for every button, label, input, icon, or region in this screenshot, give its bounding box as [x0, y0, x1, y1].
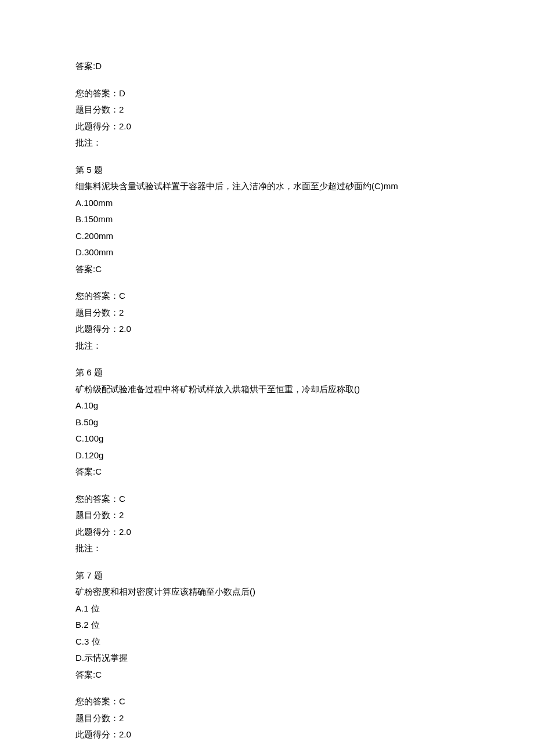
score-line: 题目分数：2 — [75, 507, 459, 524]
question-number: 第 7 题 — [75, 567, 459, 584]
score-line: 题目分数：2 — [75, 305, 459, 321]
obtained-line: 此题得分：2.0 — [75, 524, 459, 541]
option-d: D.示情况掌握 — [75, 650, 459, 667]
score-block: 您的答案：C 题目分数：2 此题得分：2.0 批注： — [75, 491, 459, 557]
question-block: 第 7 题 矿粉密度和相对密度计算应该精确至小数点后() A.1 位 B.2 位… — [75, 567, 459, 683]
remark-line: 批注： — [75, 540, 459, 557]
question-stem: 矿粉密度和相对密度计算应该精确至小数点后() — [75, 584, 459, 601]
option-c: C.200mm — [75, 228, 459, 245]
remark-line: 批注： — [75, 338, 459, 355]
document-page: 答案:D 您的答案：D 题目分数：2 此题得分：2.0 批注： 第 5 题 细集… — [0, 0, 534, 756]
option-c: C.3 位 — [75, 634, 459, 650]
your-answer-line: 您的答案：D — [75, 85, 459, 102]
question-stem: 矿粉级配试验准备过程中将矿粉试样放入烘箱烘干至恒重，冷却后应称取() — [75, 381, 459, 398]
remark-line: 批注： — [75, 135, 459, 151]
answer-line: 答案:C — [75, 667, 459, 683]
question-stem: 细集料泥块含量试验试样置于容器中后，注入洁净的水，水面至少超过砂面约(C)mm — [75, 178, 459, 195]
option-a: A.10g — [75, 397, 459, 414]
question-number: 第 6 题 — [75, 364, 459, 381]
score-block: 您的答案：C 题目分数：2 此题得分：2.0 — [75, 693, 459, 743]
prev-score-block: 您的答案：D 题目分数：2 此题得分：2.0 批注： — [75, 85, 459, 151]
option-d: D.300mm — [75, 244, 459, 261]
your-answer-line: 您的答案：C — [75, 491, 459, 508]
option-a: A.1 位 — [75, 601, 459, 617]
answer-line: 答案:C — [75, 261, 459, 278]
obtained-line: 此题得分：2.0 — [75, 321, 459, 338]
prev-answer-block: 答案:D — [75, 58, 459, 75]
option-c: C.100g — [75, 431, 459, 447]
obtained-line: 此题得分：2.0 — [75, 118, 459, 135]
your-answer-line: 您的答案：C — [75, 693, 459, 710]
option-b: B.2 位 — [75, 617, 459, 634]
option-b: B.150mm — [75, 211, 459, 228]
score-block: 您的答案：C 题目分数：2 此题得分：2.0 批注： — [75, 288, 459, 354]
option-d: D.120g — [75, 447, 459, 464]
your-answer-line: 您的答案：C — [75, 288, 459, 305]
answer-line: 答案:D — [75, 58, 459, 75]
question-number: 第 5 题 — [75, 162, 459, 179]
obtained-line: 此题得分：2.0 — [75, 726, 459, 743]
score-line: 题目分数：2 — [75, 102, 459, 118]
option-b: B.50g — [75, 414, 459, 431]
score-line: 题目分数：2 — [75, 710, 459, 727]
question-block: 第 6 题 矿粉级配试验准备过程中将矿粉试样放入烘箱烘干至恒重，冷却后应称取()… — [75, 364, 459, 480]
answer-line: 答案:C — [75, 464, 459, 480]
question-block: 第 5 题 细集料泥块含量试验试样置于容器中后，注入洁净的水，水面至少超过砂面约… — [75, 162, 459, 278]
option-a: A.100mm — [75, 195, 459, 212]
